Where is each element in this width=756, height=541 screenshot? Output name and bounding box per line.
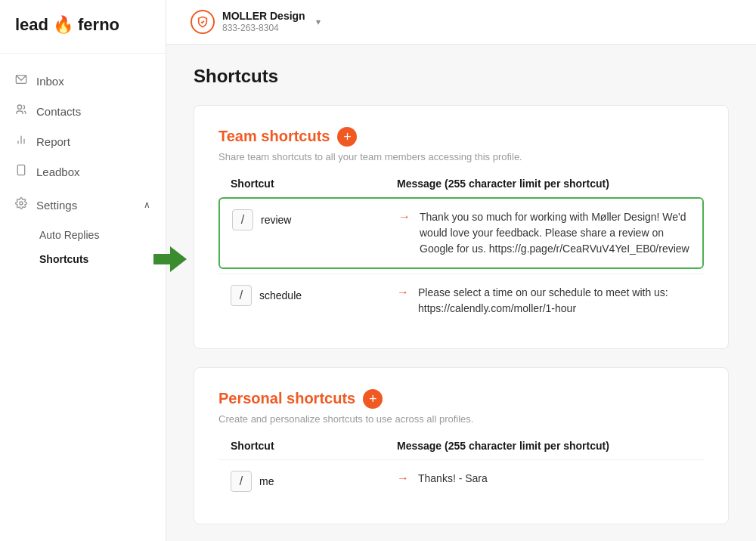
personal-shortcuts-card: Personal shortcuts + Create and personal… — [194, 367, 729, 524]
contacts-icon — [15, 104, 27, 119]
leadbox-label: Leadbox — [36, 165, 80, 178]
settings-chevron: ∧ — [144, 199, 150, 210]
page-title: Shortcuts — [194, 66, 729, 87]
personal-shortcut-me-shortcut-cell: / me — [231, 471, 397, 492]
sidebar-item-inbox[interactable]: Inbox — [0, 66, 166, 96]
team-shortcuts-title: Team shortcuts — [218, 128, 330, 145]
schedule-arrow-icon: → — [397, 286, 409, 299]
team-shortcuts-description: Share team shortcuts to all your team me… — [218, 151, 704, 162]
team-shortcut-schedule-message-cell: → Please select a time on our schedule t… — [397, 285, 692, 317]
inbox-icon — [15, 73, 27, 88]
me-message-text: Thanks! - Sara — [418, 471, 488, 487]
personal-shortcuts-add-button[interactable]: + — [363, 389, 383, 409]
green-arrow-icon — [153, 246, 187, 272]
personal-shortcuts-col1-header: Shortcut — [231, 440, 397, 452]
schedule-message-text: Please select a time on our schedule to … — [418, 285, 692, 317]
page-content: Shortcuts Team shortcuts + Share team sh… — [166, 45, 756, 541]
personal-shortcuts-header: Personal shortcuts + — [218, 389, 704, 409]
team-shortcuts-col-headers: Shortcut Message (255 character limit pe… — [218, 178, 704, 197]
team-shortcut-review-shortcut-cell: / review — [232, 209, 398, 230]
profile-info: MOLLER Design 833-263-8304 — [222, 9, 305, 35]
sidebar: lead 🔥 ferno Inbox Contacts Report — [0, 0, 166, 541]
review-slash-icon: / — [232, 209, 253, 230]
team-shortcuts-card: Team shortcuts + Share team shortcuts to… — [194, 105, 729, 349]
sidebar-item-contacts[interactable]: Contacts — [0, 96, 166, 126]
svg-rect-5 — [17, 165, 24, 175]
profile-chevron-icon: ▾ — [316, 17, 321, 27]
sidebar-item-report[interactable]: Report — [0, 126, 166, 156]
logo: lead 🔥 ferno — [15, 15, 150, 35]
sidebar-item-settings[interactable]: Settings ∧ — [0, 190, 166, 220]
review-shortcut-name: review — [261, 214, 291, 226]
sidebar-item-auto-replies[interactable]: Auto Replies — [0, 223, 166, 247]
header-bar: MOLLER Design 833-263-8304 ▾ — [166, 0, 756, 45]
team-shortcuts-header: Team shortcuts + — [218, 127, 704, 147]
team-shortcuts-col2-header: Message (255 character limit per shortcu… — [397, 178, 692, 190]
profile-selector[interactable]: MOLLER Design 833-263-8304 ▾ — [191, 9, 321, 35]
team-shortcut-row-review[interactable]: / review → Thank you so much for working… — [218, 197, 704, 269]
personal-shortcut-me-inner: / me → Thanks! - Sara — [218, 460, 704, 502]
team-shortcuts-add-button[interactable]: + — [337, 127, 357, 147]
settings-sub-nav: Auto Replies Shortcuts — [0, 220, 166, 274]
inbox-label: Inbox — [36, 75, 64, 88]
sidebar-item-leadbox[interactable]: Leadbox — [0, 156, 166, 187]
schedule-shortcut-name: schedule — [259, 289, 302, 301]
personal-shortcuts-description: Create and personalize shortcuts to use … — [218, 413, 704, 425]
team-shortcut-schedule-shortcut-cell: / schedule — [231, 285, 397, 306]
main-content: MOLLER Design 833-263-8304 ▾ Shortcuts T… — [166, 0, 756, 541]
auto-replies-label: Auto Replies — [39, 229, 99, 241]
flame-icon: 🔥 — [53, 15, 73, 35]
settings-label: Settings — [36, 199, 77, 212]
team-shortcut-schedule-inner: / schedule → Please select a time on our… — [218, 274, 704, 327]
schedule-slash-icon: / — [231, 285, 252, 306]
personal-shortcuts-col-headers: Shortcut Message (255 character limit pe… — [218, 440, 704, 459]
contacts-label: Contacts — [36, 105, 81, 118]
report-icon — [15, 134, 27, 149]
personal-shortcuts-title: Personal shortcuts — [218, 390, 355, 407]
team-shortcuts-col1-header: Shortcut — [231, 178, 397, 190]
profile-name: MOLLER Design — [222, 9, 305, 23]
leadbox-icon — [15, 164, 27, 179]
report-label: Report — [36, 135, 70, 148]
profile-phone: 833-263-8304 — [222, 23, 305, 35]
svg-point-7 — [20, 202, 23, 205]
team-shortcut-review-message-cell: → Thank you so much for working with Møl… — [398, 209, 690, 257]
logo-text-lead: lead — [15, 15, 48, 35]
svg-point-1 — [17, 105, 21, 109]
profile-shield-icon — [191, 10, 215, 34]
review-arrow-icon: → — [398, 210, 411, 224]
settings-icon — [15, 197, 27, 212]
personal-shortcut-row-me[interactable]: / me → Thanks! - Sara — [218, 459, 704, 502]
logo-area: lead 🔥 ferno — [0, 0, 166, 54]
review-message-text: Thank you so much for working with Mølle… — [420, 209, 690, 257]
personal-shortcuts-col2-header: Message (255 character limit per shortcu… — [397, 440, 692, 452]
svg-marker-8 — [153, 246, 187, 272]
nav-items: Inbox Contacts Report Leadbox — [0, 54, 166, 541]
team-shortcut-row-schedule[interactable]: / schedule → Please select a time on our… — [218, 274, 704, 327]
me-arrow-icon: → — [397, 471, 409, 485]
logo-text-ferno: ferno — [78, 15, 119, 35]
personal-shortcut-me-message-cell: → Thanks! - Sara — [397, 471, 692, 487]
team-shortcut-review-inner: / review → Thank you so much for working… — [220, 199, 702, 267]
me-slash-icon: / — [231, 471, 252, 492]
sidebar-item-shortcuts[interactable]: Shortcuts — [0, 247, 166, 271]
me-shortcut-name: me — [259, 475, 274, 487]
shortcuts-label: Shortcuts — [39, 253, 88, 265]
